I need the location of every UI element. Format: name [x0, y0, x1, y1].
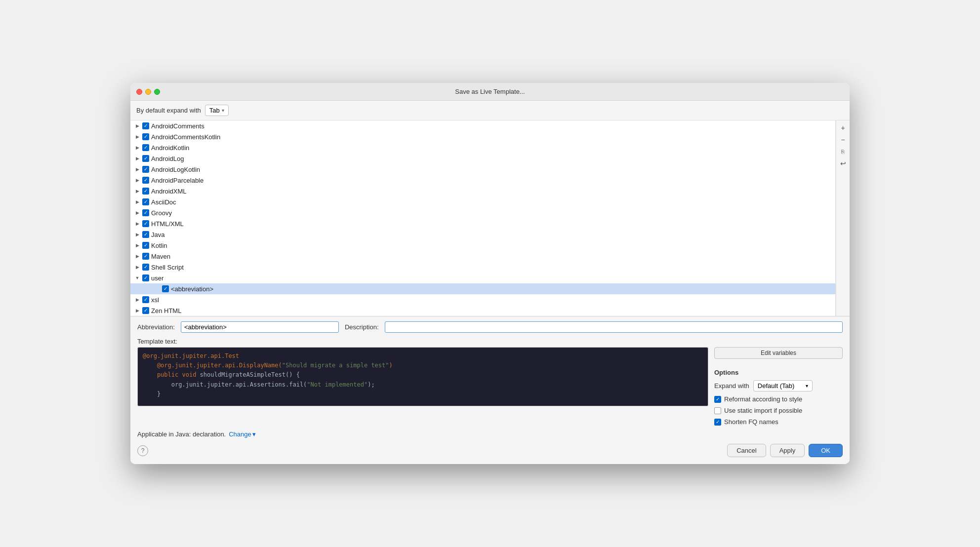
tree-item-java[interactable]: ▶ ✓ Java — [130, 229, 835, 240]
tree-item-android-log-kotlin[interactable]: ▶ ✓ AndroidLogKotlin — [130, 164, 835, 175]
expand-icon: ▶ — [134, 189, 140, 194]
tree-item-ascii-doc[interactable]: ▶ ✓ AsciiDoc — [130, 196, 835, 207]
options-title: Options — [714, 369, 738, 376]
checkbox-android-log-kotlin[interactable]: ✓ — [142, 166, 149, 173]
tree-item-shell-script[interactable]: ▶ ✓ Shell Script — [130, 262, 835, 273]
checkbox-shell-script[interactable]: ✓ — [142, 264, 149, 271]
expand-icon: ▼ — [134, 275, 140, 280]
maximize-button[interactable] — [154, 89, 160, 95]
tree-item-kotlin[interactable]: ▶ ✓ Kotlin — [130, 240, 835, 251]
code-line-2: @org.junit.jupiter.api.DisplayName("Shou… — [143, 361, 703, 370]
top-bar: By default expand with Tab ▾ — [130, 101, 850, 120]
default-expand-dropdown[interactable]: Tab ▾ — [205, 105, 229, 116]
expand-icon: ▶ — [134, 145, 140, 150]
checkbox-android-kotlin[interactable]: ✓ — [142, 144, 149, 151]
change-link[interactable]: Change ▾ — [229, 430, 256, 438]
item-label: Java — [151, 231, 164, 238]
checkbox-reformat[interactable]: ✓ — [714, 396, 721, 403]
tree-item-android-kotlin[interactable]: ▶ ✓ AndroidKotlin — [130, 142, 835, 153]
options-panel: Edit variables Options Expand with Defau… — [714, 347, 843, 426]
edit-variables-button[interactable]: Edit variables — [714, 347, 843, 359]
checkbox-abbreviation[interactable]: ✓ — [162, 285, 169, 292]
tree-item-android-log[interactable]: ▶ ✓ AndroidLog — [130, 153, 835, 164]
checkbox-shorten-fq[interactable]: ✓ — [714, 419, 721, 426]
checkbox-ascii-doc[interactable]: ✓ — [142, 198, 149, 205]
expand-with-dropdown[interactable]: Default (Tab) ▾ — [753, 380, 813, 391]
footer-row: ? Cancel Apply OK — [137, 440, 843, 459]
default-expand-label: By default expand with — [136, 107, 201, 114]
checkbox-java[interactable]: ✓ — [142, 231, 149, 238]
remove-button[interactable]: − — [838, 134, 849, 145]
checkbox-android-comments-kotlin[interactable]: ✓ — [142, 133, 149, 140]
checkbox-android-log[interactable]: ✓ — [142, 155, 149, 162]
expand-icon: ▶ — [134, 210, 140, 215]
checkbox-static-import[interactable] — [714, 407, 721, 414]
traffic-lights — [136, 89, 160, 95]
dialog-title: Save as Live Template... — [455, 88, 525, 95]
tree-item-android-comments-kotlin[interactable]: ▶ ✓ AndroidCommentsKotlin — [130, 131, 835, 142]
main-content: ▶ ✓ AndroidComments ▶ ✓ AndroidCommentsK… — [130, 120, 850, 316]
tree-item-xsl[interactable]: ▶ ✓ xsl — [130, 294, 835, 305]
item-label: user — [151, 274, 163, 282]
checkbox-groovy[interactable]: ✓ — [142, 209, 149, 216]
tree-item-android-xml[interactable]: ▶ ✓ AndroidXML — [130, 186, 835, 196]
template-left: @org.junit.jupiter.api.Test @org.junit.j… — [137, 347, 708, 426]
checkbox-android-comments[interactable]: ✓ — [142, 122, 149, 129]
title-bar: Save as Live Template... — [130, 83, 850, 101]
fields-row: Abbreviation: Description: — [137, 321, 843, 333]
expand-icon: ▶ — [134, 178, 140, 183]
chevron-down-icon: ▾ — [222, 108, 224, 113]
template-editor[interactable]: @org.junit.jupiter.api.Test @org.junit.j… — [137, 347, 708, 406]
checkbox-html-xml[interactable]: ✓ — [142, 220, 149, 227]
applicable-text: Applicable in Java: declaration. — [137, 430, 226, 438]
applicable-row: Applicable in Java: declaration. Change … — [137, 430, 843, 438]
cancel-button[interactable]: Cancel — [727, 444, 766, 457]
checkbox-zen-html[interactable]: ✓ — [142, 307, 149, 314]
checkbox-user[interactable]: ✓ — [142, 274, 149, 281]
expand-icon: ▶ — [134, 308, 140, 313]
ok-button[interactable]: OK — [809, 444, 843, 457]
tree-item-android-parcelable[interactable]: ▶ ✓ AndroidParcelable — [130, 175, 835, 186]
tree-panel[interactable]: ▶ ✓ AndroidComments ▶ ✓ AndroidCommentsK… — [130, 120, 836, 316]
item-label: Groovy — [151, 209, 172, 217]
checkbox-maven[interactable]: ✓ — [142, 253, 149, 260]
option-label-static-import: Use static import if possible — [724, 407, 802, 414]
copy-button[interactable]: ⎘ — [838, 146, 849, 157]
tree-item-zen-html[interactable]: ▶ ✓ Zen HTML — [130, 305, 835, 316]
tree-item-maven[interactable]: ▶ ✓ Maven — [130, 251, 835, 262]
expand-with-label: Expand with — [714, 382, 749, 390]
expand-with-row: Expand with Default (Tab) ▾ — [714, 380, 843, 391]
expand-icon: ▶ — [134, 167, 140, 172]
side-toolbar: + − ⎘ ↩ — [836, 120, 850, 316]
add-button[interactable]: + — [838, 122, 849, 133]
tree-item-abbreviation[interactable]: ✓ <abbreviation> — [130, 283, 835, 294]
tree-item-user[interactable]: ▼ ✓ user — [130, 273, 835, 283]
tree-item-groovy[interactable]: ▶ ✓ Groovy — [130, 207, 835, 218]
expand-icon: ▶ — [134, 243, 140, 248]
apply-button[interactable]: Apply — [770, 444, 805, 457]
minimize-button[interactable] — [145, 89, 151, 95]
tree-item-html-xml[interactable]: ▶ ✓ HTML/XML — [130, 218, 835, 229]
description-input[interactable] — [385, 321, 843, 333]
option-row-static-import: Use static import if possible — [714, 407, 843, 414]
close-button[interactable] — [136, 89, 142, 95]
checkbox-xsl[interactable]: ✓ — [142, 296, 149, 303]
expand-icon: ▶ — [134, 265, 140, 270]
item-label: HTML/XML — [151, 220, 184, 228]
tree-item-android-comments[interactable]: ▶ ✓ AndroidComments — [130, 120, 835, 131]
chevron-down-icon: ▾ — [806, 383, 808, 389]
code-line-4: org.junit.jupiter.api.Assertions.fail("N… — [143, 380, 703, 390]
item-label: AndroidKotlin — [151, 144, 189, 152]
option-label-shorten-fq: Shorten FQ names — [724, 418, 778, 426]
checkbox-kotlin[interactable]: ✓ — [142, 242, 149, 249]
help-button[interactable]: ? — [137, 445, 148, 456]
item-label: AndroidXML — [151, 188, 187, 195]
abbreviation-label: Abbreviation: — [137, 323, 175, 331]
checkbox-android-parcelable[interactable]: ✓ — [142, 177, 149, 184]
item-label: AndroidLogKotlin — [151, 166, 200, 173]
checkbox-android-xml[interactable]: ✓ — [142, 188, 149, 195]
expand-icon: ▶ — [134, 221, 140, 226]
undo-button[interactable]: ↩ — [838, 158, 849, 169]
abbreviation-input[interactable] — [181, 321, 339, 333]
item-label: Shell Script — [151, 264, 184, 271]
